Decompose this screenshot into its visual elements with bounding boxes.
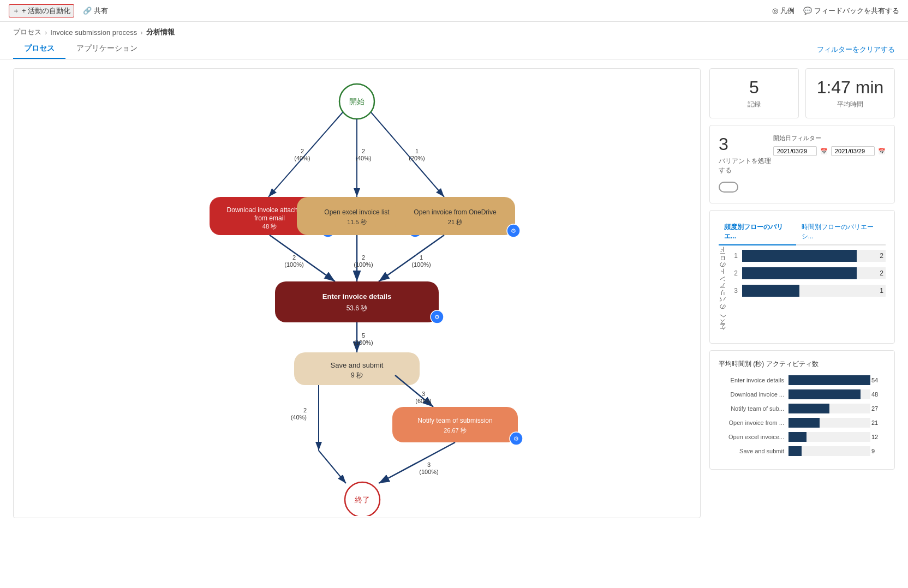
svg-text:Open invoice from OneDrive: Open invoice from OneDrive	[414, 208, 497, 216]
svg-line-44	[319, 451, 346, 483]
h-bar-row-5: Open excel invoice... 12	[719, 432, 886, 442]
date-filter: 開始日フィルター 📅 📅	[773, 134, 886, 156]
svg-text:1: 1	[420, 254, 423, 261]
h-bar-label-6: Save and submit	[719, 448, 784, 454]
variants-num: 3	[719, 134, 773, 154]
records-label: 記録	[719, 100, 790, 109]
h-bar-label-5: Open excel invoice...	[719, 434, 784, 440]
share-button[interactable]: 🔗 共有	[83, 6, 108, 16]
svg-text:from email: from email	[254, 214, 285, 222]
legend-icon: ◎	[772, 7, 778, 15]
svg-text:(100%): (100%)	[354, 261, 373, 268]
automate-button[interactable]: ＋ + 活動の自動化	[9, 4, 74, 17]
svg-text:(40%): (40%)	[294, 155, 310, 161]
svg-text:2: 2	[362, 148, 365, 154]
h-bar-val-2: 48	[871, 391, 882, 398]
svg-text:3: 3	[427, 461, 431, 468]
svg-line-4	[371, 112, 444, 197]
breadcrumb: プロセス › Invoice submission process › 分析情報	[0, 22, 908, 39]
bar-fill-3	[742, 285, 799, 297]
variant-bars: 1 2 2 2 3	[729, 250, 886, 334]
h-bar-track-2: 48	[788, 389, 870, 399]
bar-track-3: 1	[742, 285, 886, 297]
svg-text:(100%): (100%)	[284, 261, 303, 268]
svg-text:5: 5	[362, 332, 365, 339]
svg-text:Enter invoice details: Enter invoice details	[322, 292, 391, 301]
date-from-input[interactable]	[773, 146, 817, 156]
breadcrumb-root[interactable]: プロセス	[13, 27, 41, 37]
date-calendar-icon1[interactable]: 📅	[820, 148, 828, 155]
h-bar-row-2: Download invoice ... 48	[719, 389, 886, 399]
h-bar-track-5: 12	[788, 432, 870, 442]
h-bar-track-6: 9	[788, 446, 870, 456]
variants-card: 3 バリアントを処理する 開始日フィルター 📅 📅	[709, 125, 895, 203]
svg-text:(40%): (40%)	[355, 155, 371, 161]
tab-process[interactable]: プロセス	[13, 39, 65, 59]
variants-info: 3 バリアントを処理する	[719, 134, 773, 175]
svg-line-24	[270, 235, 335, 281]
h-bar-val-4: 21	[871, 419, 882, 426]
bar-fill-1	[742, 250, 857, 262]
onedrive-node[interactable]	[395, 197, 515, 235]
bar-fill-2	[742, 267, 857, 279]
h-bar-track-1: 54	[788, 375, 870, 385]
right-panel: 5 記録 1:47 min 平均時間 3 バリアントを処理する 開始日フィルター	[709, 68, 895, 518]
h-bar-label-2: Download invoice ...	[719, 391, 784, 398]
breadcrumb-parent[interactable]: Invoice submission process	[50, 28, 137, 37]
h-bar-track-3: 27	[788, 404, 870, 413]
bar-val-3: 1	[880, 287, 883, 295]
svg-text:1: 1	[415, 148, 419, 154]
bar-track-1: 2	[742, 250, 886, 262]
svg-text:Open excel invoice list: Open excel invoice list	[324, 208, 390, 216]
h-bar-label-1: Enter invoice details	[719, 377, 784, 383]
svg-text:⚙: ⚙	[434, 314, 440, 320]
bar-val-2: 2	[880, 269, 883, 277]
bar-track-2: 2	[742, 267, 886, 279]
breadcrumb-sep2: ›	[140, 28, 142, 37]
variant-chart-card: 頻度別フローのバリエ... 時間別フローのバリエーシ... ケースへのバリアント…	[709, 210, 895, 344]
share-icon: 🔗	[83, 7, 92, 15]
svg-text:⚙: ⚙	[513, 435, 519, 442]
flow-tab-frequency[interactable]: 頻度別フローのバリエ...	[719, 219, 796, 245]
toggle-switch[interactable]	[719, 182, 738, 193]
svg-text:(40%): (40%)	[291, 414, 307, 421]
svg-text:53.6 秒: 53.6 秒	[347, 304, 368, 312]
h-bar-row-6: Save and submit 9	[719, 446, 886, 456]
main-content: 開始 2 (40%) 2 (40%) 1 (20%) Download invo…	[0, 59, 908, 527]
bar-row-1: 1 2	[729, 250, 886, 262]
svg-text:48 秒: 48 秒	[262, 223, 277, 230]
flow-tab-time[interactable]: 時間別フローのバリエーシ...	[796, 219, 886, 245]
date-to-input[interactable]	[831, 146, 875, 156]
svg-line-26	[379, 235, 444, 281]
legend-button[interactable]: ◎ 凡例	[772, 6, 794, 16]
notify-node[interactable]	[392, 407, 518, 442]
variants-label: バリアントを処理する	[719, 157, 773, 175]
tab-application[interactable]: アプリケーション	[65, 39, 148, 59]
svg-text:2: 2	[301, 148, 304, 154]
records-card: 5 記録	[709, 68, 799, 118]
feedback-icon: 💬	[803, 7, 812, 15]
svg-text:9 秒: 9 秒	[351, 371, 363, 379]
feedback-button[interactable]: 💬 フィードバックを共有する	[803, 6, 899, 16]
tabs: プロセス アプリケーション	[13, 39, 148, 59]
flow-diagram[interactable]: 開始 2 (40%) 2 (40%) 1 (20%) Download invo…	[13, 68, 701, 518]
enter-invoice-node[interactable]	[275, 281, 439, 322]
h-bar-label-3: Notify team of sub...	[719, 405, 784, 412]
svg-text:(100%): (100%)	[411, 261, 431, 268]
h-bar-label-4: Open invoice from ...	[719, 419, 784, 426]
toggle-row	[719, 182, 886, 194]
h-bar-row-1: Enter invoice details 54	[719, 375, 886, 385]
svg-text:2: 2	[303, 407, 307, 413]
h-bar-row-3: Notify team of sub... 27	[719, 404, 886, 413]
avg-time-label: 平均時間	[815, 100, 886, 109]
flow-svg: 開始 2 (40%) 2 (40%) 1 (20%) Download invo…	[14, 69, 700, 516]
share-label: 共有	[94, 6, 108, 16]
filter-clear-button[interactable]: フィルターをクリアする	[817, 40, 895, 59]
date-calendar-icon2[interactable]: 📅	[878, 148, 886, 155]
svg-line-53	[379, 442, 455, 483]
toolbar: ＋ + 活動の自動化 🔗 共有 ◎ 凡例 💬 フィードバックを共有する	[0, 0, 908, 22]
flow-tabs: 頻度別フローのバリエ... 時間別フローのバリエーシ...	[719, 219, 886, 245]
bar-row-3: 3 1	[729, 285, 886, 297]
variant-chart-wrapper: ケースへのバリアントのロード 1 2 2 2	[719, 250, 886, 334]
svg-text:3: 3	[422, 391, 425, 397]
